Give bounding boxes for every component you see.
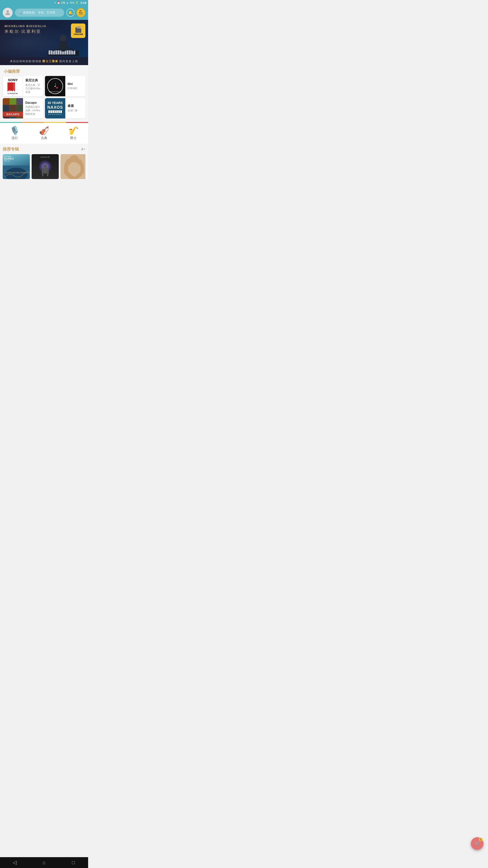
genre-item-jiaoshi[interactable]: 🎷 爵士 bbox=[68, 127, 78, 140]
video-badge-label: 专辑附送视频 bbox=[73, 33, 83, 35]
albums-header: 推荐专辑 多> bbox=[3, 147, 86, 152]
meister-name: Mei bbox=[68, 82, 84, 86]
app-header: 🔍 搜索歌曲、专辑、艺术家 🔔 Hi- Res AUDIO bbox=[0, 5, 88, 20]
sony-logo-svg: SONY CLASSICAL ™ bbox=[3, 76, 23, 96]
genre-section: 🎙️ 流行 🎻 古典 🎷 爵士 bbox=[0, 123, 88, 144]
naxos-base-line: ━━━━━━━ bbox=[48, 114, 62, 116]
battery-icon: 🔋 bbox=[75, 1, 78, 4]
svg-point-34 bbox=[70, 162, 78, 169]
status-bar: ⌖ ⏰ LTE ▲ 76% 🔋 3:19 bbox=[0, 0, 88, 5]
banner-artist-zh: 米歇尔·比塞利亚 bbox=[4, 29, 68, 34]
banner-subtitle-text1: 来自比利时的欧洲顶级 bbox=[10, 60, 41, 63]
color-bar-seg-2 bbox=[22, 122, 44, 123]
naxos-name: 拿索 bbox=[68, 104, 84, 108]
recents-button[interactable]: □ bbox=[67, 857, 80, 868]
banner-subtitle-text2: 国内首发上线 bbox=[59, 60, 78, 63]
albums-title: 推荐专辑 bbox=[3, 147, 19, 152]
color-bar-seg-4 bbox=[66, 122, 88, 123]
dacapo-label-text: DACAPO bbox=[6, 113, 20, 116]
genre-label-jiaoshi: 爵士 bbox=[70, 136, 76, 140]
banner-subtitle-highlight: 爵士三重奏 bbox=[42, 60, 58, 63]
banner-text: MICHELINO BISCEGLIA 米歇尔·比塞利亚 bbox=[4, 24, 68, 34]
video-badge[interactable]: 🎬 专辑附送视频 bbox=[71, 24, 86, 38]
dacapo-name: Dacapo bbox=[25, 101, 42, 104]
color-bar-seg-3 bbox=[44, 122, 66, 123]
rec-card-meister[interactable]: ♩ MEISTER MUSIC Mei 日本地区 bbox=[45, 76, 86, 96]
genre-item-gudian[interactable]: 🎻 古典 bbox=[39, 127, 49, 140]
alarm-icon: ⏰ bbox=[57, 1, 60, 4]
album1-background: LIVING SteREO VET a A DEATH AND THE MAID… bbox=[3, 154, 30, 179]
header-right: 🔔 Hi- Res AUDIO bbox=[66, 8, 86, 17]
naxos-desc: 全球厂牌 bbox=[68, 109, 84, 112]
signal-icon: ▲ bbox=[66, 1, 69, 4]
avatar[interactable] bbox=[3, 8, 13, 18]
notification-button[interactable]: 🔔 bbox=[66, 8, 74, 17]
status-icons: ⌖ ⏰ LTE ▲ 76% 🔋 3:19 bbox=[55, 1, 86, 4]
genre-item-liuxing[interactable]: 🎙️ 流行 bbox=[10, 127, 20, 140]
naxos-pillars bbox=[48, 110, 62, 113]
color-bar-seg-1 bbox=[0, 122, 22, 123]
bottom-nav: ◁ ⌂ □ bbox=[0, 857, 88, 868]
rec-card-naxos[interactable]: 30 YEARS NAXOS ━━━━━━━ 拿索 全球厂牌 bbox=[45, 98, 86, 119]
genre-label-liuxing: 流行 bbox=[11, 136, 18, 140]
bluetooth-icon: ⌖ bbox=[55, 1, 56, 4]
hires-res: Res bbox=[79, 12, 83, 14]
album2-text: SONAR bbox=[32, 156, 59, 158]
albums-more[interactable]: 多> bbox=[81, 147, 86, 151]
banner-artist-en: MICHELINO BISCEGLIA bbox=[4, 24, 68, 28]
albums-section: 推荐专辑 多> LIVING SteREO VET a A DEATH AND … bbox=[0, 144, 88, 179]
genre-list: 🎙️ 流行 🎻 古典 🎷 爵士 bbox=[0, 127, 88, 140]
album2-background: SONAR bbox=[32, 154, 59, 179]
album3-portrait bbox=[61, 154, 86, 179]
naxos-text: NAXOS bbox=[47, 105, 63, 110]
editor-pick-header: 小编推荐 bbox=[0, 65, 88, 76]
genre-label-gudian: 古典 bbox=[41, 136, 47, 140]
album1-stereo-label: SteREO bbox=[4, 158, 29, 160]
album1-art: DEATH AND THE MAIDEN bbox=[3, 165, 30, 179]
dacapo-thumbnail: DACAPO bbox=[3, 98, 23, 119]
meister-desc: 日本地区 bbox=[68, 87, 84, 90]
microphone-icon: 🎙️ bbox=[10, 127, 20, 135]
rec-card-sony[interactable]: SONY CLASSICAL ™ 索尼古典 索尼古典 - 官方正版Hi-Res音… bbox=[3, 76, 43, 96]
svg-text:CLASSICAL: CLASSICAL bbox=[8, 93, 18, 94]
album-thumb-living-stereo[interactable]: LIVING SteREO VET a A DEATH AND THE MAID… bbox=[3, 154, 30, 179]
search-icon: 🔍 bbox=[18, 11, 22, 14]
hires-audio: AUDIO bbox=[78, 14, 83, 16]
svg-rect-31 bbox=[43, 168, 47, 174]
sony-thumbnail: SONY CLASSICAL ™ bbox=[3, 76, 23, 96]
album1-living-label: LIVING bbox=[4, 156, 29, 158]
back-button[interactable]: ◁ bbox=[8, 857, 22, 868]
album1-vet-label: VET a A bbox=[4, 160, 29, 162]
banner-subtitle: 来自比利时的欧洲顶级 爵士三重奏 国内首发上线 bbox=[0, 57, 88, 65]
saxophone-icon: 🎷 bbox=[68, 127, 78, 135]
back-icon: ◁ bbox=[13, 860, 17, 866]
recommendation-section: SONY CLASSICAL ™ 索尼古典 索尼古典 - 官方正版Hi-Res音… bbox=[0, 76, 88, 121]
album3-background bbox=[61, 154, 86, 179]
banner[interactable]: MICHELINO BISCEGLIA 米歇尔·比塞利亚 🎬 专辑附送视频 来自… bbox=[0, 20, 88, 65]
sony-info: 索尼古典 索尼古典 - 官方正版Hi-Res音源 bbox=[25, 76, 43, 96]
svg-point-0 bbox=[6, 10, 9, 13]
dacapo-desc: 丹麦国立唱片品牌 - Hi-Res独家首发 bbox=[25, 105, 42, 116]
svg-text:♩: ♩ bbox=[54, 82, 56, 88]
album-thumb-portrait[interactable] bbox=[61, 154, 86, 179]
search-bar[interactable]: 🔍 搜索歌曲、专辑、艺术家 bbox=[15, 8, 64, 17]
svg-text:™: ™ bbox=[12, 95, 13, 96]
rec-card-dacapo[interactable]: DACAPO Dacapo 丹麦国立唱片品牌 - Hi-Res独家首发 bbox=[3, 98, 43, 119]
battery-label: 76% bbox=[70, 1, 74, 4]
rec-grid: SONY CLASSICAL ™ 索尼古典 索尼古典 - 官方正版Hi-Res音… bbox=[3, 76, 86, 119]
albums-grid: LIVING SteREO VET a A DEATH AND THE MAID… bbox=[3, 154, 86, 179]
lte-label: LTE bbox=[61, 2, 65, 4]
color-bar bbox=[0, 122, 88, 123]
dacapo-info: Dacapo 丹麦国立唱片品牌 - Hi-Res独家首发 bbox=[25, 99, 43, 118]
bell-icon: 🔔 bbox=[68, 11, 73, 15]
naxos-years: 30 YEARS bbox=[47, 101, 63, 105]
hires-badge[interactable]: Hi- Res AUDIO bbox=[76, 8, 86, 17]
svg-point-25 bbox=[56, 87, 58, 89]
album-thumb-sonar[interactable]: SONAR bbox=[32, 154, 59, 179]
film-icon: 🎬 bbox=[74, 26, 82, 33]
sony-name: 索尼古典 bbox=[25, 79, 42, 83]
naxos-info: 拿索 全球厂牌 bbox=[68, 102, 86, 114]
home-button[interactable]: ⌂ bbox=[37, 857, 51, 868]
meister-logo-svg: ♩ MEISTER MUSIC bbox=[45, 76, 65, 96]
naxos-thumbnail: 30 YEARS NAXOS ━━━━━━━ bbox=[45, 98, 65, 119]
